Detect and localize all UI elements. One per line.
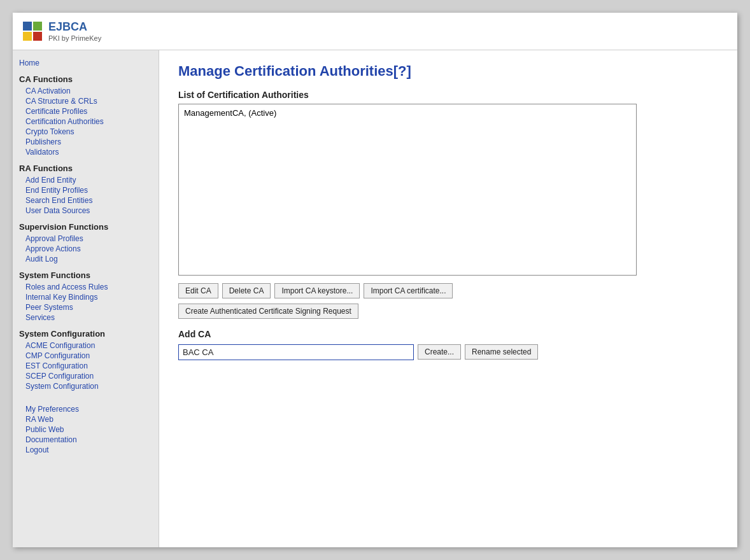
add-ca-row: Create... Rename selected (178, 344, 718, 360)
logo-block-yellow (23, 32, 32, 41)
sidebar: Home CA Functions CA Activation CA Struc… (13, 50, 159, 547)
est-config-link[interactable]: EST Configuration (19, 361, 152, 371)
import-certificate-button[interactable]: Import CA certificate... (364, 283, 453, 298)
content: Manage Certification Authorities[?] List… (159, 50, 737, 547)
publishers-link[interactable]: Publishers (19, 137, 152, 147)
ra-functions-title: RA Functions (19, 164, 152, 173)
import-keystore-button[interactable]: Import CA keystore... (274, 283, 360, 298)
user-data-sources-link[interactable]: User Data Sources (19, 206, 152, 216)
ra-web-link[interactable]: RA Web (19, 414, 152, 424)
system-config-link[interactable]: System Configuration (19, 381, 152, 391)
ca-list-item[interactable]: ManagementCA, (Active) (181, 107, 633, 119)
add-ca-title: Add CA (178, 329, 718, 339)
ca-activation-link[interactable]: CA Activation (19, 86, 152, 96)
logo-ejbca: EJBCA (48, 20, 101, 34)
main-layout: Home CA Functions CA Activation CA Struc… (13, 50, 737, 547)
system-functions-title: System Functions (19, 270, 152, 280)
ca-action-buttons: Edit CA Delete CA Import CA keystore... … (178, 283, 718, 298)
logo-blocks (23, 22, 42, 41)
logo-sub: PKI by PrimeKey (48, 34, 101, 42)
create-ca-button[interactable]: Create... (418, 344, 461, 360)
ca-structure-crls-link[interactable]: CA Structure & CRLs (19, 96, 152, 106)
add-ca-section: Add CA Create... Rename selected (178, 329, 718, 360)
certification-authorities-link[interactable]: Certification Authorities (19, 116, 152, 127)
home-link[interactable]: Home (19, 58, 152, 68)
cmp-config-link[interactable]: CMP Configuration (19, 351, 152, 361)
search-end-entities-link[interactable]: Search End Entities (19, 195, 152, 206)
end-entity-profiles-link[interactable]: End Entity Profiles (19, 185, 152, 195)
certificate-profiles-link[interactable]: Certificate Profiles (19, 106, 152, 116)
approve-actions-link[interactable]: Approve Actions (19, 244, 152, 254)
delete-ca-button[interactable]: Delete CA (222, 283, 271, 298)
validators-link[interactable]: Validators (19, 147, 152, 157)
documentation-link[interactable]: Documentation (19, 435, 152, 445)
header: EJBCA PKI by PrimeKey (13, 13, 737, 50)
acme-config-link[interactable]: ACME Configuration (19, 340, 152, 351)
internal-key-bindings-link[interactable]: Internal Key Bindings (19, 292, 152, 302)
rename-selected-button[interactable]: Rename selected (465, 344, 538, 360)
logo-block-red (33, 32, 42, 41)
edit-ca-button[interactable]: Edit CA (178, 283, 218, 298)
logo-block-blue (23, 22, 32, 31)
scep-config-link[interactable]: SCEP Configuration (19, 371, 152, 381)
system-configuration-title: System Configuration (19, 329, 152, 339)
add-end-entity-link[interactable]: Add End Entity (19, 175, 152, 185)
supervision-functions-title: Supervision Functions (19, 222, 152, 232)
logo-block-green (33, 22, 42, 31)
audit-log-link[interactable]: Audit Log (19, 254, 152, 264)
bottom-links: My Preferences RA Web Public Web Documen… (19, 404, 152, 455)
page-title: Manage Certification Authorities[?] (178, 63, 718, 80)
services-link[interactable]: Services (19, 312, 152, 323)
peer-systems-link[interactable]: Peer Systems (19, 302, 152, 312)
add-ca-input[interactable] (178, 344, 414, 360)
roles-access-rules-link[interactable]: Roles and Access Rules (19, 282, 152, 292)
logo-container: EJBCA PKI by PrimeKey (23, 20, 101, 42)
ca-list-header: List of Certification Authorities (178, 90, 718, 100)
logout-link[interactable]: Logout (19, 445, 152, 455)
logo-text: EJBCA PKI by PrimeKey (48, 20, 101, 42)
create-csr-button[interactable]: Create Authenticated Certificate Signing… (178, 304, 358, 319)
my-preferences-link[interactable]: My Preferences (19, 404, 152, 414)
ca-functions-title: CA Functions (19, 74, 152, 84)
public-web-link[interactable]: Public Web (19, 424, 152, 435)
approval-profiles-link[interactable]: Approval Profiles (19, 234, 152, 244)
csr-button-row: Create Authenticated Certificate Signing… (178, 304, 718, 319)
crypto-tokens-link[interactable]: Crypto Tokens (19, 127, 152, 137)
page-container: EJBCA PKI by PrimeKey Home CA Functions … (13, 13, 737, 547)
ca-list-box[interactable]: ManagementCA, (Active) (178, 104, 637, 276)
